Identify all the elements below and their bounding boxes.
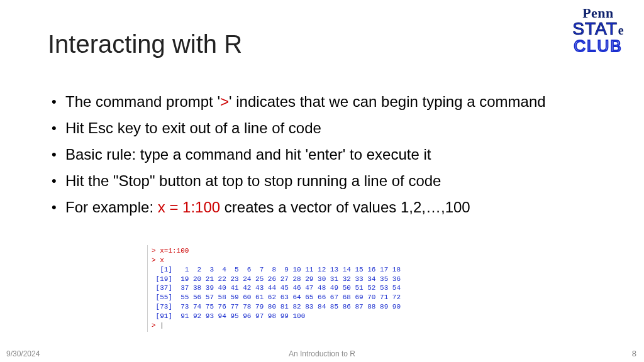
bullet-1-text-a: The command prompt '	[65, 93, 220, 110]
bullet-4-text: Hit the "Stop" button at top to stop run…	[65, 172, 441, 189]
penn-state-stat-club-logo: Penn STATe CLUB	[564, 6, 633, 54]
bullet-item-1: The command prompt '>' indicates that we…	[50, 90, 585, 113]
bullet-1-prompt-char: >	[220, 93, 229, 110]
bullet-item-3: Basic rule: type a command and hit 'ente…	[50, 143, 585, 166]
logo-e: e	[618, 24, 624, 36]
bullet-5-code: x = 1:100	[158, 199, 220, 216]
footer-title: An Introduction to R	[0, 349, 644, 358]
console-line-8: [91] 91 92 93 94 95 96 97 98 99 100	[152, 312, 305, 320]
slide: Interacting with R Penn STATe CLUB The c…	[0, 0, 644, 362]
bullet-item-5: For example: x = 1:100 creates a vector …	[50, 196, 585, 219]
r-console-output: > x=1:100 > x [1] 1 2 3 4 5 6 7 8 9 10 1…	[147, 245, 401, 332]
logo-line-state: STATe	[564, 20, 633, 38]
bullet-list: The command prompt '>' indicates that we…	[50, 90, 585, 222]
console-line-3: [1] 1 2 3 4 5 6 7 8 9 10 11 12 13 14 15 …	[152, 266, 401, 273]
bullet-item-4: Hit the "Stop" button at top to stop run…	[50, 170, 585, 192]
logo-stat: STAT	[572, 20, 617, 38]
bullet-1-text-c: ' indicates that we can begin typing a c…	[229, 93, 546, 110]
footer-page-number: 8	[632, 349, 636, 358]
bullet-5-text-a: For example:	[65, 199, 158, 216]
console-cursor: |	[160, 322, 164, 329]
console-line-6: [55] 55 56 57 58 59 60 61 62 63 64 65 66…	[152, 293, 401, 301]
console-line-7: [73] 73 74 75 76 77 78 79 80 81 82 83 84…	[152, 303, 401, 310]
console-line-2: > x	[152, 256, 164, 264]
logo-line-club: CLUB	[564, 38, 633, 54]
bullet-5-text-c: creates a vector of values 1,2,…,100	[220, 199, 470, 216]
slide-title: Interacting with R	[48, 30, 242, 58]
bullet-item-2: Hit Esc key to exit out of a line of cod…	[50, 117, 585, 140]
console-line-1: > x=1:100	[152, 247, 189, 255]
logo-line-penn: Penn	[564, 6, 633, 20]
console-line-5: [37] 37 38 39 40 41 42 43 44 45 46 47 48…	[152, 284, 401, 292]
bullet-2-text: Hit Esc key to exit out of a line of cod…	[65, 119, 321, 136]
console-prompt: >	[152, 322, 160, 329]
bullet-3-text: Basic rule: type a command and hit 'ente…	[65, 146, 431, 163]
console-line-4: [19] 19 20 21 22 23 24 25 26 27 28 29 30…	[152, 275, 401, 283]
